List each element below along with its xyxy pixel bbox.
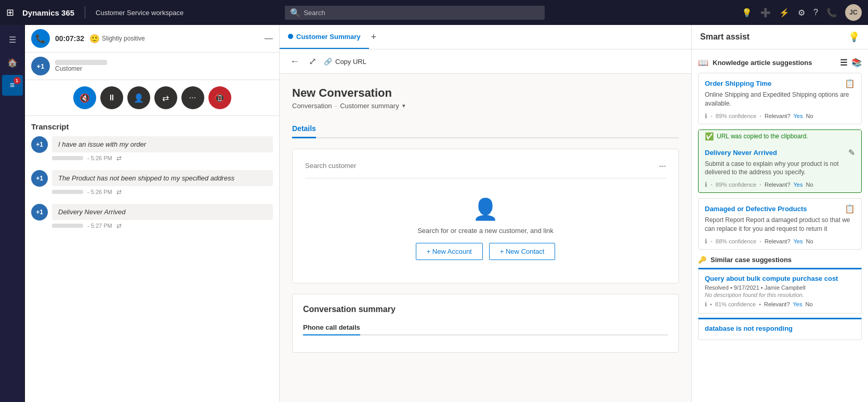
breadcrumb-conversation[interactable]: Conversation: [292, 102, 332, 110]
sidebar-icon-collapse[interactable]: ☰: [2, 29, 23, 50]
content-area: New Conversation Conversation · Customer…: [280, 74, 691, 402]
knowledge-book-icon[interactable]: 📚: [851, 58, 862, 68]
article-card-2: ✅ URL was copied to the clipboard. Deliv…: [698, 129, 862, 193]
back-button[interactable]: ←: [288, 54, 301, 69]
tab-add-button[interactable]: +: [371, 32, 377, 43]
knowledge-list-icon[interactable]: ☰: [840, 58, 847, 68]
sidebar-icon-active[interactable]: ≡ 1: [2, 75, 23, 96]
transcript-message-2: +1 The Product has not been shipped to m…: [31, 170, 273, 196]
tab-customer-summary[interactable]: Customer Summary: [280, 25, 369, 49]
article-2-body: Submit a case to explain why your produc…: [699, 160, 861, 193]
breadcrumb-chevron[interactable]: ▾: [402, 102, 405, 109]
filter-icon[interactable]: ⚡: [779, 8, 790, 18]
chat-panel: 📞 00:07:32 🙂 Slightly positive — +1 Cust…: [25, 25, 280, 402]
customer-search-input[interactable]: [305, 162, 653, 170]
case-1-info-icon: ℹ: [705, 301, 707, 308]
translate-icon-3[interactable]: ⇄: [116, 222, 122, 229]
article-3-title[interactable]: Damaged or Defective Products: [705, 205, 807, 213]
app-grid-icon[interactable]: ⊞: [6, 7, 14, 18]
article-2-desc: Submit a case to explain why your produc…: [705, 160, 855, 177]
clipboard-success-banner: ✅ URL was copied to the clipboard.: [699, 130, 861, 142]
sidebar-icon-home[interactable]: 🏠: [2, 52, 23, 73]
article-3-info-icon: ℹ: [705, 238, 707, 245]
lightbulb-icon[interactable]: 💡: [742, 8, 752, 18]
case-1-meta: Resolved • 9/17/2021 • Jamie Campbell: [705, 284, 855, 291]
customer-search-card: --- 👤 Search for or create a new custome…: [292, 149, 679, 283]
case-1-desc: No description found for this resolution…: [705, 292, 855, 298]
link-icon: 🔗: [324, 58, 332, 66]
call-controls: 🔇 ⏸ 👤 ⇄ ··· 📵: [25, 80, 279, 116]
mute-button[interactable]: 🔇: [73, 86, 96, 109]
avatar[interactable]: JC: [845, 4, 862, 21]
summary-tab-phone[interactable]: Phone call details: [303, 320, 360, 335]
translate-icon-2[interactable]: ⇄: [116, 188, 122, 196]
article-2-confidence: 89% confidence: [716, 181, 756, 188]
message-time-bar-2: [52, 190, 83, 194]
new-contact-button[interactable]: + New Contact: [489, 243, 556, 260]
new-account-button[interactable]: + New Account: [416, 243, 483, 260]
message-time-bar-3: [52, 224, 83, 228]
article-2-no-btn[interactable]: No: [806, 181, 813, 188]
message-bubble-1: I have an issue with my order: [52, 136, 273, 152]
message-avatar-2: +1: [31, 170, 48, 187]
case-1-no-btn[interactable]: No: [806, 301, 813, 307]
message-bubble-2: The Product has not been shipped to my s…: [52, 170, 273, 186]
search-bar[interactable]: 🔍: [285, 6, 545, 20]
tab-bar: Customer Summary +: [280, 25, 691, 49]
plus-icon[interactable]: ➕: [760, 8, 771, 18]
sentiment-indicator: 🙂 Slightly positive: [89, 34, 145, 44]
collapse-button[interactable]: —: [265, 34, 273, 43]
article-1-copy-icon[interactable]: 📋: [845, 79, 855, 88]
knowledge-icon: 📖: [698, 58, 708, 68]
settings-icon[interactable]: ⚙: [798, 8, 805, 18]
copy-url-button[interactable]: 🔗 Copy URL: [324, 58, 366, 66]
message-bubble-3: Delivery Never Arrived: [52, 204, 273, 220]
details-tabs: Details: [292, 120, 679, 138]
workspace-label: Customer Service workspace: [96, 9, 183, 17]
customer-info: +1 Customer: [25, 53, 279, 80]
chat-panel-header: 📞 00:07:32 🙂 Slightly positive —: [25, 25, 279, 53]
message-time-1: - 5:26 PM: [87, 155, 112, 161]
end-call-button[interactable]: 📵: [208, 86, 231, 109]
similar-cases-key-icon: 🔑: [698, 256, 706, 264]
article-card-1-header: Order Shipping Time 📋: [699, 73, 861, 90]
phone-icon[interactable]: 📞: [826, 8, 837, 18]
article-1-yes-btn[interactable]: Yes: [794, 113, 803, 119]
article-2-title[interactable]: Delivery Never Arrived: [705, 149, 777, 157]
detail-tab-details[interactable]: Details: [292, 120, 316, 138]
help-icon[interactable]: ?: [813, 8, 818, 17]
article-2-meta: ℹ • 89% confidence • Relevant? Yes No: [705, 181, 855, 188]
case-card-1: Query about bulk compute purchase cost R…: [698, 268, 862, 314]
clipboard-success-text: URL was copied to the clipboard.: [717, 133, 808, 140]
search-input[interactable]: [304, 9, 540, 17]
article-3-no-btn[interactable]: No: [806, 238, 813, 244]
call-time: 00:07:32: [55, 34, 84, 43]
person-icon: 👤: [472, 197, 498, 222]
sidebar-badge: 1: [14, 77, 21, 84]
article-3-yes-btn[interactable]: Yes: [794, 238, 803, 244]
tab-customer-summary-label: Customer Summary: [296, 33, 361, 41]
article-2-copy-icon[interactable]: ✎: [848, 148, 855, 158]
smart-assist-body: 📖 Knowledge article suggestions ☰ 📚 Orde…: [692, 49, 868, 402]
case-1-yes-btn[interactable]: Yes: [793, 301, 803, 307]
article-card-3: Damaged or Defective Products 📋 Report R…: [698, 198, 862, 250]
add-participant-button[interactable]: 👤: [127, 86, 150, 109]
article-1-title[interactable]: Order Shipping Time: [705, 80, 771, 87]
case-1-title[interactable]: Query about bulk compute purchase cost: [705, 275, 855, 282]
hold-button[interactable]: ⏸: [100, 86, 123, 109]
customer-search-empty: 👤 Search for or create a new customer, a…: [305, 187, 666, 270]
smart-assist-lightbulb-icon[interactable]: 💡: [848, 31, 860, 43]
transfer-button[interactable]: ⇄: [154, 86, 177, 109]
translate-icon-1[interactable]: ⇄: [116, 154, 122, 162]
article-1-no-btn[interactable]: No: [806, 113, 813, 119]
article-3-meta: ℹ • 88% confidence • Relevant? Yes No: [705, 238, 855, 245]
call-icon: 📞: [31, 29, 50, 48]
article-2-yes-btn[interactable]: Yes: [794, 181, 803, 188]
more-button[interactable]: ···: [181, 86, 204, 109]
article-3-copy-icon[interactable]: 📋: [845, 204, 855, 214]
smart-assist-header: Smart assist 💡: [692, 25, 868, 49]
pop-out-button[interactable]: ⤢: [307, 54, 319, 69]
content-toolbar: ← ⤢ 🔗 Copy URL: [280, 49, 691, 74]
article-1-relevant-label: Relevant?: [765, 113, 791, 119]
case-2-title[interactable]: database is not responding: [705, 325, 855, 332]
